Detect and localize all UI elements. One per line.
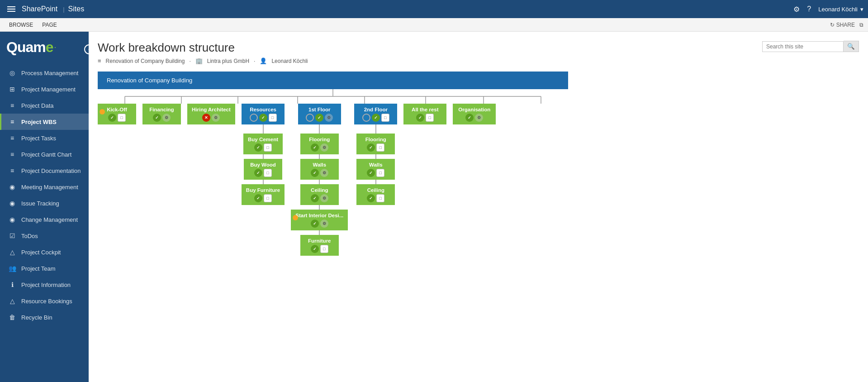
buy-cement-square[interactable]: □: [264, 143, 272, 152]
search-input[interactable]: [762, 41, 844, 52]
sidebar-item-issue-tracking[interactable]: ◉ Issue Tracking: [0, 195, 89, 211]
walls-2-card[interactable]: Walls ✓ □: [356, 159, 395, 180]
financing-check-btn[interactable]: ✓: [153, 114, 161, 122]
sidebar-item-project-gantt-chart[interactable]: ≡ Project Gantt Chart: [0, 146, 89, 162]
organisation-gear[interactable]: ⚙: [475, 114, 483, 122]
flooring-2-card[interactable]: Flooring ✓ □: [356, 134, 395, 154]
1st-floor-gear-btn[interactable]: ⚙: [325, 114, 333, 122]
1st-floor-check-btn[interactable]: ✓: [315, 114, 323, 122]
help-icon[interactable]: ?: [807, 5, 811, 13]
ribbon-page[interactable]: PAGE: [38, 20, 61, 30]
sidebar-item-project-team[interactable]: 👥 Project Team: [0, 260, 89, 277]
sidebar-item-project-data[interactable]: ≡ Project Data: [0, 97, 89, 114]
ceiling-2-check[interactable]: ✓: [367, 194, 375, 202]
start-interior-card[interactable]: Start Interior Desi... ✓ ⚙: [291, 210, 348, 230]
process-management-icon: ◎: [8, 69, 17, 76]
1st-floor-controls: ✓ ⚙: [303, 112, 337, 124]
sidebar-item-label: Project Data: [21, 102, 54, 109]
breadcrumb-sep: ·: [189, 58, 190, 64]
sidebar-item-project-management[interactable]: ⊞ Project Management: [0, 81, 89, 97]
ceiling-2-card[interactable]: Ceiling ✓ □: [356, 184, 395, 205]
start-interior-check[interactable]: ✓: [311, 220, 319, 228]
sidebar-item-todos[interactable]: ☑ ToDos: [0, 228, 89, 244]
share-button[interactable]: ↻ SHARE: [830, 22, 855, 28]
search-button[interactable]: 🔍: [844, 41, 859, 52]
flooring-1-check[interactable]: ✓: [311, 143, 319, 152]
walls-1-card[interactable]: Walls ✓ ⚙: [300, 159, 339, 180]
ceiling-2-square[interactable]: □: [376, 194, 384, 202]
focus-button[interactable]: ⧉: [859, 22, 863, 28]
walls-1-gear[interactable]: ⚙: [320, 169, 328, 177]
kickoff-card[interactable]: Kick-Off ✓ □: [98, 104, 136, 124]
buy-furniture-check[interactable]: ✓: [254, 194, 262, 202]
breadcrumb-project[interactable]: Renovation of Company Building: [106, 58, 185, 64]
sidebar-item-project-documentation[interactable]: ≡ Project Documentation: [0, 162, 89, 179]
flooring-1-gear[interactable]: ⚙: [320, 143, 328, 152]
walls-2-square[interactable]: □: [376, 169, 384, 177]
kickoff-check-btn[interactable]: ✓: [108, 114, 116, 122]
financing-card[interactable]: Financing ✓ ⚙: [142, 104, 181, 124]
furniture-1-card[interactable]: Furniture ✓ □: [300, 235, 339, 256]
buy-cement-card[interactable]: Buy Cement ✓ □: [243, 134, 283, 154]
2nd-floor-check-btn[interactable]: ✓: [372, 114, 380, 122]
ceiling-1-gear[interactable]: ⚙: [320, 194, 328, 202]
hiring-architect-card[interactable]: Hiring Architect ✕ ⚙: [187, 104, 235, 124]
resources-check-btn[interactable]: ✓: [259, 114, 267, 122]
resources-card[interactable]: Resources ✓ □: [242, 104, 285, 124]
all-the-rest-card[interactable]: All the rest ✓ □: [403, 104, 446, 124]
sidebar-item-project-tasks[interactable]: ≡ Project Tasks: [0, 130, 89, 146]
ribbon-browse[interactable]: BROWSE: [5, 20, 38, 30]
sidebar-item-project-information[interactable]: ℹ Project Information: [0, 277, 89, 293]
hiring-architect-x-btn[interactable]: ✕: [202, 114, 210, 122]
start-interior-gear[interactable]: ⚙: [320, 220, 328, 228]
buy-furniture-square[interactable]: □: [264, 194, 272, 202]
furniture-1-check[interactable]: ✓: [311, 245, 319, 253]
1st-floor-card[interactable]: 1st Floor ✓ ⚙: [298, 104, 341, 124]
organisation-check[interactable]: ✓: [465, 114, 474, 122]
sidebar-item-process-management[interactable]: ◎ Process Management: [0, 65, 89, 81]
all-the-rest-square[interactable]: □: [426, 114, 434, 122]
all-the-rest-check[interactable]: ✓: [416, 114, 424, 122]
2nd-floor-square-btn[interactable]: □: [381, 114, 389, 122]
sidebar-item-label: Project Management: [21, 86, 76, 93]
flooring-2-square[interactable]: □: [376, 143, 384, 152]
buy-furniture-card[interactable]: Buy Furniture ✓ □: [242, 184, 285, 205]
sidebar-item-resource-bookings[interactable]: △ Resource Bookings: [0, 293, 89, 309]
flooring-2-check[interactable]: ✓: [367, 143, 375, 152]
1st-floor-target-btn[interactable]: [306, 114, 314, 122]
ceiling-1-check[interactable]: ✓: [311, 194, 319, 202]
buy-wood-square[interactable]: □: [264, 169, 272, 177]
sidebar-item-meeting-management[interactable]: ◉ Meeting Management: [0, 179, 89, 195]
app-grid-button[interactable]: [5, 2, 18, 16]
flooring-1-card[interactable]: Flooring ✓ ⚙: [300, 134, 339, 154]
sites-label[interactable]: Sites: [68, 5, 85, 13]
sidebar-item-change-management[interactable]: ◉ Change Management: [0, 211, 89, 228]
sidebar-item-recycle-bin[interactable]: 🗑 Recycle Bin: [0, 309, 89, 325]
furniture-1-square[interactable]: □: [320, 245, 328, 253]
sidebar-item-project-wbs[interactable]: ≡ Project WBS: [0, 114, 89, 130]
ceiling-1-card[interactable]: Ceiling ✓ ⚙: [300, 184, 339, 205]
resources-square-btn[interactable]: □: [269, 114, 277, 122]
buy-wood-controls: ✓ □: [248, 167, 278, 179]
wbs-node-financing: Financing ✓ ⚙: [142, 104, 181, 124]
organisation-card[interactable]: Organisation ✓ ⚙: [453, 104, 496, 124]
2nd-floor-card[interactable]: 2nd Floor ✓ □: [354, 104, 397, 124]
settings-icon[interactable]: ⚙: [793, 5, 800, 14]
walls-1-check[interactable]: ✓: [311, 169, 319, 177]
buy-wood-card[interactable]: Buy Wood ✓ □: [244, 159, 282, 180]
sidebar-item-project-cockpit[interactable]: △ Project Cockpit: [0, 244, 89, 260]
wbs-root-node[interactable]: Renovation of Company Building: [98, 72, 568, 89]
buy-cement-check[interactable]: ✓: [254, 143, 262, 152]
breadcrumb-user[interactable]: Leonard Köchli: [271, 58, 308, 64]
financing-gear-btn[interactable]: ⚙: [162, 114, 171, 122]
resources-target-btn[interactable]: [250, 114, 258, 122]
kickoff-square-btn[interactable]: □: [118, 114, 126, 122]
2nd-floor-target-btn[interactable]: [362, 114, 370, 122]
user-menu[interactable]: Leonard Köchli ▾: [818, 6, 863, 13]
ribbon: BROWSE PAGE ↻ SHARE ⧉: [0, 18, 868, 32]
hiring-architect-gear-btn[interactable]: ⚙: [212, 114, 220, 122]
breadcrumb-company[interactable]: Lintra plus GmbH: [207, 58, 249, 64]
buy-wood-check[interactable]: ✓: [254, 169, 262, 177]
resources-vline: [263, 124, 264, 134]
walls-2-check[interactable]: ✓: [367, 169, 375, 177]
